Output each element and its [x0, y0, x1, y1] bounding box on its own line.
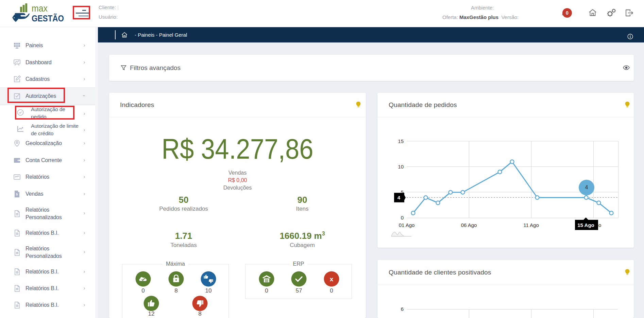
svg-text:11 Ago: 11 Ago	[523, 222, 539, 228]
svg-text:4: 4	[397, 195, 401, 200]
svg-text:$: $	[16, 193, 18, 196]
svg-text:4: 4	[585, 184, 588, 190]
svg-text:x: x	[330, 276, 334, 283]
svg-text:15: 15	[398, 138, 404, 144]
svg-text:01 Ago: 01 Ago	[399, 222, 415, 228]
svg-text:10: 10	[398, 164, 404, 170]
svg-text:15 Ago: 15 Ago	[577, 222, 594, 228]
svg-text:GESTÃO: GESTÃO	[32, 13, 64, 23]
svg-text:0: 0	[401, 215, 404, 220]
svg-text:06 Ago: 06 Ago	[461, 222, 477, 228]
svg-text:6: 6	[401, 306, 404, 312]
svg-text:max: max	[32, 3, 48, 14]
